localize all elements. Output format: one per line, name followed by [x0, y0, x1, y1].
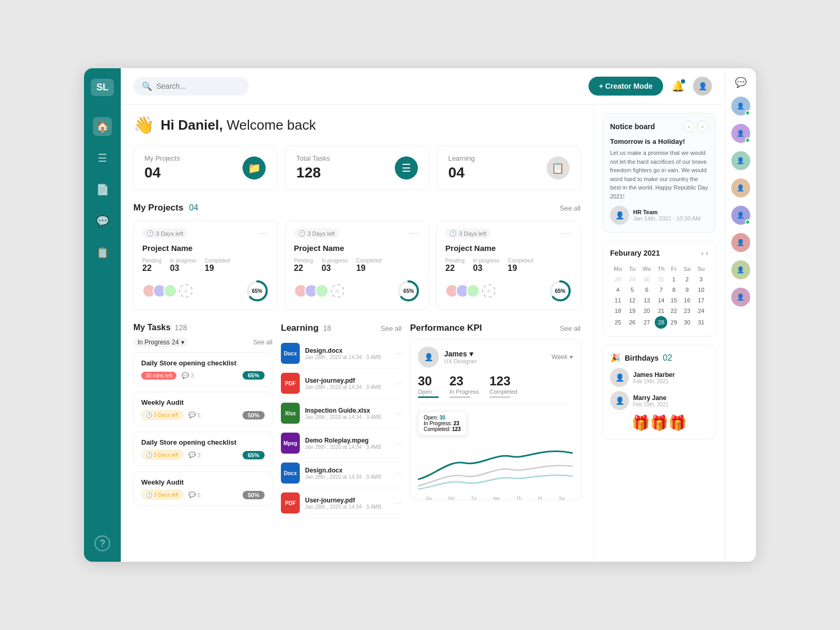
file-3-menu[interactable]: ··· — [395, 409, 402, 417]
kpi-user-avatar: 👤 — [418, 346, 439, 368]
kpi-tooltip: Open: 30 In Progress: 23 Completed: 123 — [418, 411, 467, 436]
chat-avatar-8[interactable]: 👤 — [731, 288, 750, 307]
cal-cell[interactable]: 9 — [680, 285, 694, 295]
chat-avatar-7[interactable]: 👤 — [731, 260, 750, 279]
learning-header: Learning 18 See all — [281, 323, 402, 333]
cal-cell[interactable]: 22 — [667, 306, 680, 316]
sidebar-help-button[interactable]: ? — [94, 536, 110, 551]
cal-cell[interactable]: 27 — [639, 316, 655, 329]
project-1-progress-pct: 65% — [252, 288, 262, 294]
chat-sidebar: 💬 👤 👤 👤 👤 👤 👤 👤 👤 — [724, 68, 756, 562]
tasks-see-all[interactable]: See all — [253, 339, 272, 346]
cal-cell[interactable]: 29 — [626, 274, 639, 285]
cal-cell[interactable]: 10 — [694, 285, 708, 295]
cal-cell[interactable]: 20 — [639, 306, 655, 316]
notice-next-button[interactable]: › — [697, 121, 708, 132]
task-3-name: Daily Store opening checklist — [141, 438, 265, 446]
calendar-day-sa: Sa — [680, 264, 694, 274]
calendar-next-button[interactable]: › — [706, 249, 708, 257]
stat-tasks-icon: ☰ — [395, 156, 418, 180]
cal-cell[interactable]: 8 — [667, 285, 680, 295]
cal-cell[interactable]: 26 — [626, 316, 639, 329]
file-5-menu[interactable]: ··· — [395, 469, 402, 477]
file-2-menu[interactable]: ··· — [395, 379, 402, 387]
cal-cell[interactable]: 21 — [655, 306, 667, 316]
learning-title: Learning — [281, 323, 319, 333]
cal-cell[interactable]: 28 — [610, 274, 626, 285]
file-6-menu[interactable]: ··· — [395, 499, 402, 507]
kpi-period-label: Week — [552, 353, 568, 361]
sidebar-item-docs[interactable]: 📄 — [93, 180, 112, 199]
cal-cell[interactable]: 15 — [667, 295, 680, 306]
project-3-avatar-add[interactable]: + — [482, 284, 496, 298]
cal-cell[interactable]: 29 — [667, 316, 680, 329]
search-bar[interactable]: 🔍 — [133, 77, 249, 96]
cal-cell-today[interactable]: 28 — [655, 316, 667, 329]
notification-button[interactable]: 🔔 — [671, 80, 685, 92]
cal-cell[interactable]: 23 — [680, 306, 694, 316]
cal-cell[interactable]: 7 — [655, 285, 667, 295]
file-1-menu[interactable]: ··· — [395, 349, 402, 358]
project-3-menu[interactable]: ··· — [562, 229, 572, 238]
sidebar-item-chat[interactable]: 💬 — [93, 212, 112, 230]
cal-cell[interactable]: 11 — [610, 295, 626, 306]
projects-see-all[interactable]: See all — [560, 204, 581, 212]
sidebar-item-tasks[interactable]: ☰ — [93, 149, 112, 167]
cal-cell[interactable]: 24 — [694, 306, 708, 316]
cal-cell[interactable]: 6 — [639, 285, 655, 295]
file-4-menu[interactable]: ··· — [395, 439, 402, 447]
project-1-avatar-add[interactable]: + — [179, 284, 193, 298]
task-1-meta: 30 mins left 💬 3 65% — [141, 371, 265, 380]
notice-board-title: Notice board — [610, 122, 655, 131]
notice-prev-button[interactable]: ‹ — [683, 121, 695, 132]
chat-avatar-1[interactable]: 👤 — [731, 97, 750, 116]
chat-avatar-5[interactable]: 👤 — [731, 206, 750, 225]
chat-avatar-6[interactable]: 👤 — [731, 233, 750, 252]
cal-cell[interactable]: 4 — [610, 285, 626, 295]
cal-cell[interactable]: 19 — [626, 306, 639, 316]
kpi-open: 30 Open — [418, 374, 439, 398]
kpi-see-all[interactable]: See all — [560, 324, 581, 332]
chat-main-icon[interactable]: 💬 — [735, 77, 747, 88]
chat-avatar-2[interactable]: 👤 — [731, 124, 750, 143]
chat-avatar-4[interactable]: 👤 — [731, 178, 750, 197]
cal-cell[interactable]: 30 — [680, 316, 694, 329]
cal-cell[interactable]: 14 — [655, 295, 667, 306]
welcome-username: Daniel, — [178, 117, 223, 133]
cal-cell[interactable]: 3 — [694, 274, 708, 285]
kpi-tooltip-inprogress: In Progress: 23 — [424, 421, 461, 426]
chat-avatar-3[interactable]: 👤 — [731, 151, 750, 170]
cal-cell[interactable]: 18 — [610, 306, 626, 316]
cal-cell[interactable]: 25 — [610, 316, 626, 329]
learning-see-all[interactable]: See all — [381, 324, 402, 332]
cal-cell[interactable]: 31 — [655, 274, 667, 285]
cal-cell[interactable]: 1 — [667, 274, 680, 285]
cal-cell[interactable]: 16 — [680, 295, 694, 306]
birthday-gifts: 🎁🎁🎁 — [610, 414, 708, 432]
header-right: + Creator Mode 🔔 👤 — [589, 77, 712, 96]
cal-cell[interactable]: 17 — [694, 295, 708, 306]
kpi-period[interactable]: Week ▾ — [552, 353, 573, 361]
stat-learning-info: Learning 04 — [448, 154, 475, 181]
kpi-user-role: UX Designer — [444, 358, 547, 364]
calendar-prev-button[interactable]: ‹ — [701, 249, 704, 257]
sidebar-nav: 🏠 ☰ 📄 💬 📋 — [93, 117, 112, 262]
learning-file-5: Docx Design.docx Jan 28th , 2020 at 14:3… — [281, 458, 402, 488]
cal-cell[interactable]: 31 — [694, 316, 708, 329]
sidebar-item-board[interactable]: 📋 — [93, 243, 112, 262]
sidebar-item-home[interactable]: 🏠 — [93, 117, 112, 136]
cal-cell[interactable]: 2 — [680, 274, 694, 285]
cal-cell[interactable]: 5 — [626, 285, 639, 295]
learning-section: Learning 18 See all Docx Design.docx Jan… — [281, 323, 402, 518]
task-1-comment-count: 3 — [191, 372, 194, 379]
cal-cell[interactable]: 13 — [639, 295, 655, 306]
cal-cell[interactable]: 30 — [639, 274, 655, 285]
cal-cell[interactable]: 12 — [626, 295, 639, 306]
creator-mode-button[interactable]: + Creator Mode — [589, 77, 663, 96]
project-2-avatar-add[interactable]: + — [331, 284, 344, 298]
search-input[interactable] — [156, 82, 235, 90]
tasks-filter[interactable]: In Progress 24 ▾ — [133, 338, 188, 347]
project-1-menu[interactable]: ··· — [258, 229, 268, 238]
user-avatar[interactable]: 👤 — [693, 77, 712, 96]
project-2-menu[interactable]: ··· — [410, 229, 420, 238]
